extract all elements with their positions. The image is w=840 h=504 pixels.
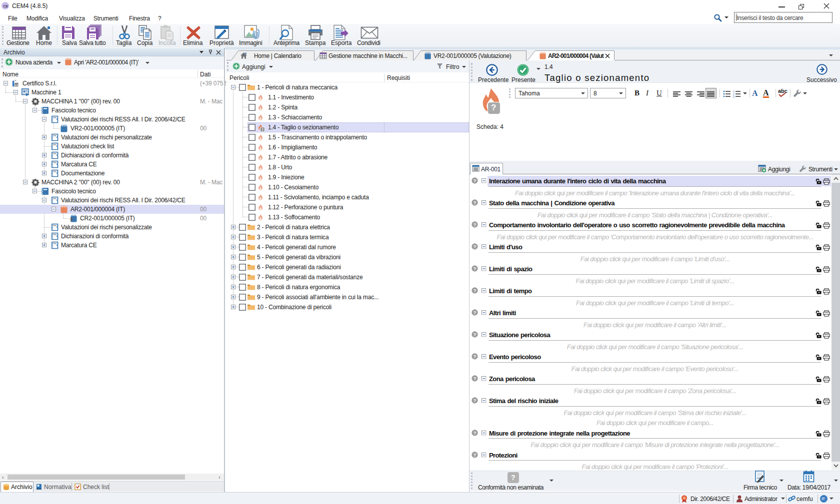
svg-text:?: ?	[262, 127, 264, 132]
